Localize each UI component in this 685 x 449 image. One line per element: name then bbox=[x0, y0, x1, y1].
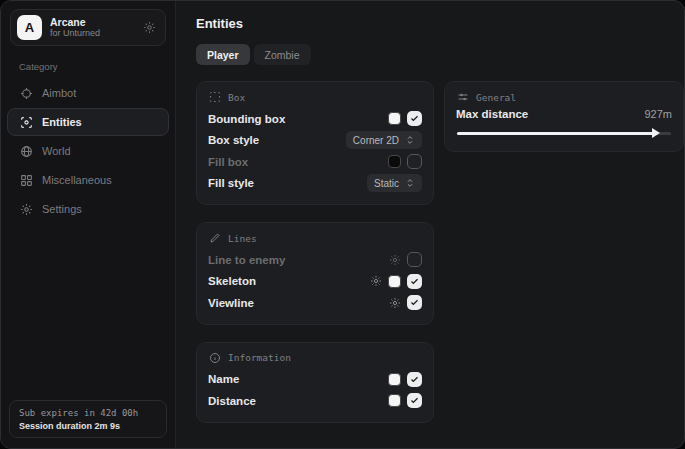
sidebar-item-settings[interactable]: Settings bbox=[7, 195, 169, 223]
scan-icon bbox=[20, 116, 33, 129]
lines-section: Lines Line to enemy Skeleton bbox=[196, 222, 434, 325]
max-distance-slider-fill bbox=[457, 132, 656, 135]
gear-icon[interactable] bbox=[389, 254, 401, 266]
sub-expiry-text: Sub expires in 42d 00h bbox=[19, 408, 157, 418]
session-duration-text: Session duration 2m 9s bbox=[19, 421, 157, 431]
box-section: Box Bounding box Box style bbox=[196, 81, 434, 205]
sliders-icon bbox=[457, 91, 469, 103]
setting-row-bounding-box: Bounding box bbox=[208, 108, 422, 130]
info-icon bbox=[209, 352, 221, 364]
checkbox-checked[interactable] bbox=[407, 295, 422, 310]
app-logo: A bbox=[17, 15, 42, 40]
sidebar-item-label: Entities bbox=[42, 116, 82, 128]
sidebar-item-entities[interactable]: Entities bbox=[7, 108, 169, 136]
grid-icon bbox=[20, 174, 33, 187]
setting-row-distance: Distance bbox=[208, 390, 422, 412]
checkbox-checked[interactable] bbox=[407, 111, 422, 126]
color-swatch[interactable] bbox=[388, 373, 401, 386]
gear-icon bbox=[20, 203, 33, 216]
main-panel: Entities Player Zombie Box Bounding box bbox=[176, 1, 685, 448]
sidebar-nav: Aimbot Entities World Miscellaneous bbox=[1, 79, 175, 223]
checkbox-unchecked[interactable] bbox=[407, 154, 422, 169]
app-name: Arcane bbox=[50, 16, 100, 28]
setting-row-fill-box: Fill box bbox=[208, 151, 422, 173]
information-section: Information Name Distance bbox=[196, 342, 434, 423]
category-label: Category bbox=[19, 61, 175, 72]
tab-zombie[interactable]: Zombie bbox=[254, 44, 311, 65]
chevrons-up-down-icon bbox=[405, 178, 415, 188]
sidebar-item-label: Settings bbox=[42, 203, 82, 215]
tab-player[interactable]: Player bbox=[196, 44, 250, 65]
globe-icon bbox=[20, 145, 33, 158]
sidebar-item-world[interactable]: World bbox=[7, 137, 169, 165]
subscription-card: Sub expires in 42d 00h Session duration … bbox=[9, 400, 167, 438]
max-distance-value: 927m bbox=[644, 108, 672, 120]
sidebar-item-label: World bbox=[42, 145, 71, 157]
setting-row-line-to-enemy: Line to enemy bbox=[208, 249, 422, 271]
app-window: A Arcane for Unturned Category Aimbot bbox=[0, 0, 685, 449]
page-title: Entities bbox=[196, 16, 684, 31]
pencil-icon bbox=[209, 232, 221, 244]
setting-row-skeleton: Skeleton bbox=[208, 271, 422, 293]
chevrons-up-down-icon bbox=[405, 135, 415, 145]
gear-icon[interactable] bbox=[389, 297, 401, 309]
sidebar-item-aimbot[interactable]: Aimbot bbox=[7, 79, 169, 107]
section-header-label: Box bbox=[228, 92, 245, 103]
section-header-label: Information bbox=[228, 352, 291, 363]
general-section: General Max distance 927m bbox=[444, 81, 684, 152]
setting-row-box-style: Box style Corner 2D bbox=[208, 130, 422, 152]
app-header-card: A Arcane for Unturned bbox=[10, 9, 166, 46]
sidebar-item-label: Miscellaneous bbox=[42, 174, 112, 186]
fill-style-select[interactable]: Static bbox=[367, 174, 422, 192]
sidebar-item-label: Aimbot bbox=[42, 87, 76, 99]
tab-bar: Player Zombie bbox=[196, 44, 684, 65]
box-select-icon bbox=[209, 91, 221, 103]
checkbox-checked[interactable] bbox=[407, 393, 422, 408]
color-swatch[interactable] bbox=[388, 275, 401, 288]
setting-row-max-distance: Max distance 927m bbox=[456, 108, 672, 120]
section-header-label: Lines bbox=[228, 233, 257, 244]
color-swatch[interactable] bbox=[388, 394, 401, 407]
setting-row-viewline: Viewline bbox=[208, 292, 422, 314]
setting-row-name: Name bbox=[208, 369, 422, 391]
setting-row-fill-style: Fill style Static bbox=[208, 173, 422, 195]
sidebar: A Arcane for Unturned Category Aimbot bbox=[1, 1, 176, 448]
slider-thumb[interactable] bbox=[652, 128, 660, 138]
crosshair-icon bbox=[20, 87, 33, 100]
max-distance-slider[interactable] bbox=[457, 128, 671, 139]
box-style-select[interactable]: Corner 2D bbox=[346, 131, 422, 149]
app-subtitle: for Unturned bbox=[50, 28, 100, 38]
checkbox-checked[interactable] bbox=[407, 372, 422, 387]
gear-icon[interactable] bbox=[143, 21, 156, 34]
color-swatch[interactable] bbox=[388, 155, 401, 168]
color-swatch[interactable] bbox=[388, 112, 401, 125]
checkbox-unchecked[interactable] bbox=[407, 252, 422, 267]
checkbox-checked[interactable] bbox=[407, 274, 422, 289]
sidebar-item-miscellaneous[interactable]: Miscellaneous bbox=[7, 166, 169, 194]
section-header-label: General bbox=[476, 92, 516, 103]
gear-icon[interactable] bbox=[370, 275, 382, 287]
